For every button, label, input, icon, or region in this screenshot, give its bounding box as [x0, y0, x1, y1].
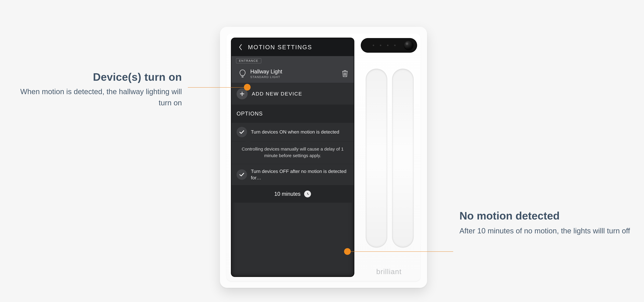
back-button[interactable] — [236, 43, 245, 52]
camera-module — [361, 38, 417, 53]
annotation-left-connector — [188, 87, 247, 88]
annotation-right-title: No motion detected — [460, 210, 631, 222]
dimmer-slider-2[interactable] — [392, 69, 414, 248]
chevron-left-icon — [238, 44, 242, 51]
option-off-label: Turn devices OFF after no motion is dete… — [247, 168, 349, 181]
room-chip: ENTRANCE — [236, 58, 261, 63]
annotation-left-desc: When motion is detected, the hallway lig… — [18, 86, 182, 109]
sensor-dot-icon — [380, 45, 381, 46]
sensor-dot-icon — [394, 45, 396, 46]
screen-header: MOTION SETTINGS — [232, 38, 354, 56]
camera-lens-icon — [404, 41, 414, 50]
check-icon — [236, 169, 247, 180]
device-type-label: STANDARD LIGHT — [250, 75, 342, 79]
device-text: Hallway Light STANDARD LIGHT — [248, 69, 342, 79]
delete-device-button[interactable] — [342, 70, 349, 78]
check-icon — [236, 127, 247, 137]
smart-panel-device: brilliant MOTION SETTINGS ENTRANCE — [220, 27, 427, 288]
option-turn-off-no-motion[interactable]: Turn devices OFF after no motion is dete… — [232, 164, 354, 185]
screen-title: MOTION SETTINGS — [245, 44, 354, 51]
device-row-hallway-light[interactable]: Hallway Light STANDARD LIGHT — [232, 65, 354, 83]
sensor-dot-icon — [387, 45, 388, 46]
touchscreen: MOTION SETTINGS ENTRANCE Hallway Light S… — [232, 38, 354, 276]
annotation-right-dot — [344, 248, 351, 255]
lightbulb-icon — [236, 69, 248, 79]
annotation-left: Device(s) turn on When motion is detecte… — [18, 71, 182, 109]
timeout-label: 10 minutes — [274, 191, 300, 197]
dimmer-slider-1[interactable] — [366, 69, 387, 248]
option-on-label: Turn devices ON when motion is detected — [247, 129, 349, 135]
option-note: Controlling devices manually will cause … — [232, 142, 354, 164]
sensor-dot-icon — [373, 45, 374, 46]
annotation-left-title: Device(s) turn on — [18, 71, 182, 83]
add-device-label: ADD NEW DEVICE — [248, 91, 302, 97]
device-name-label: Hallway Light — [250, 69, 342, 75]
timeout-row[interactable]: 10 minutes — [232, 185, 354, 203]
annotation-left-dot — [244, 84, 250, 91]
device-brand-label: brilliant — [361, 267, 417, 276]
annotation-right-desc: After 10 minutes of no motion, the light… — [460, 225, 631, 237]
room-chip-row: ENTRANCE — [232, 56, 354, 65]
options-header: OPTIONS — [232, 105, 354, 123]
trash-icon — [342, 70, 348, 77]
option-turn-on-motion[interactable]: Turn devices ON when motion is detected — [232, 123, 354, 142]
clock-icon — [304, 191, 311, 197]
annotation-right-connector — [349, 251, 453, 252]
annotation-right: No motion detected After 10 minutes of n… — [460, 210, 631, 237]
